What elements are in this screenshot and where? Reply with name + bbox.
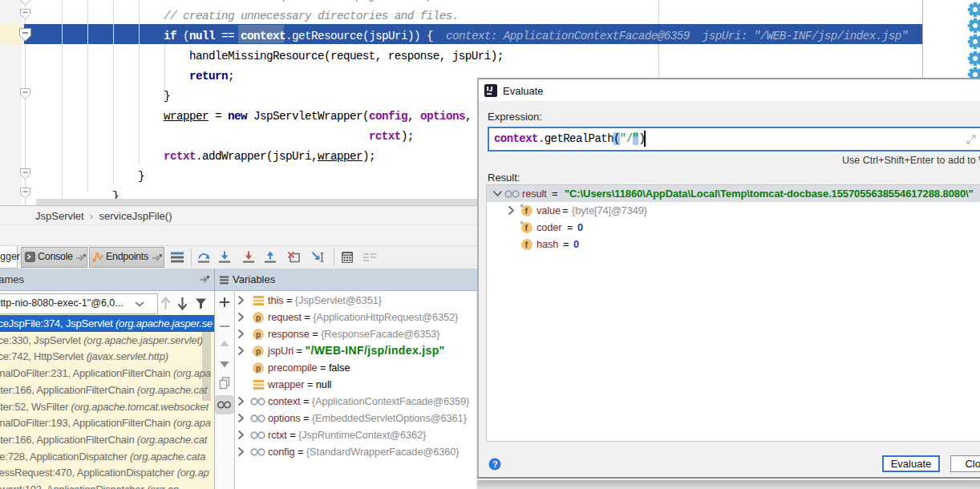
svg-text:p: p — [256, 313, 261, 322]
svg-text:p: p — [256, 364, 261, 373]
svg-text:f: f — [525, 206, 528, 216]
svg-text:?: ? — [492, 459, 497, 469]
svg-text:p: p — [256, 330, 261, 339]
svg-text:f: f — [525, 240, 528, 249]
svg-text:f: f — [525, 223, 528, 232]
svg-text:p: p — [256, 347, 261, 356]
